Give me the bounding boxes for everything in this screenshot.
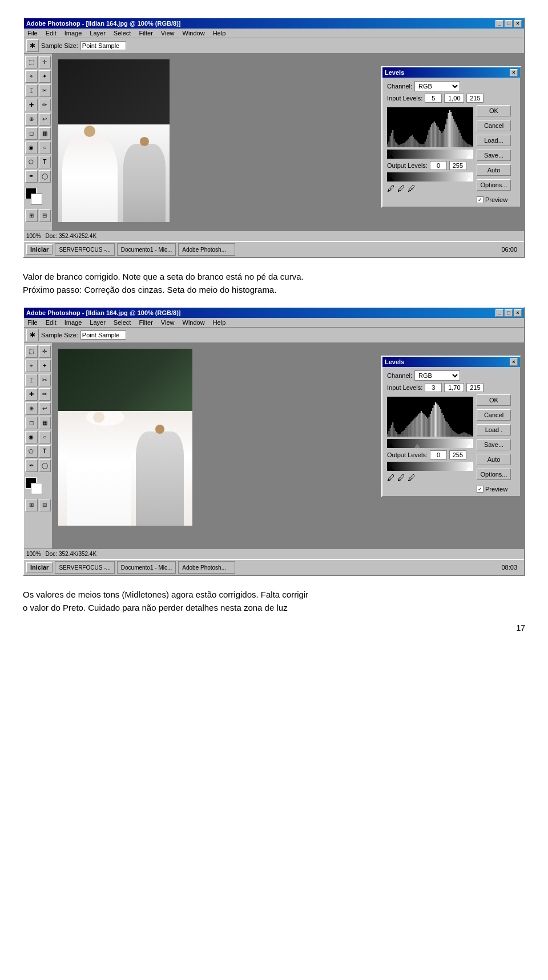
menu-image-2[interactable]: Image (63, 319, 83, 326)
menu-file-1[interactable]: File (26, 30, 39, 37)
menu-view-2[interactable]: View (160, 319, 176, 326)
marquee-tool-2[interactable]: ⬚ (25, 345, 38, 358)
path-tool-2[interactable]: ⬠ (25, 445, 38, 458)
menu-help-1[interactable]: Help (212, 30, 227, 37)
white-dropper-1[interactable]: 🖊 (408, 184, 416, 193)
type-tool[interactable]: T (39, 156, 51, 168)
start-button-2[interactable]: Iniciar (26, 562, 53, 572)
taskbar-item-2-3[interactable]: Adobe Photosh... (178, 561, 235, 574)
menu-file-2[interactable]: File (26, 319, 39, 326)
history-brush-tool-2[interactable]: ↩ (39, 402, 51, 415)
menu-edit-2[interactable]: Edit (45, 319, 58, 326)
mid-slider-2[interactable] (414, 443, 420, 448)
input-slider-2[interactable] (387, 439, 473, 448)
dodge-tool-2[interactable]: ○ (39, 431, 51, 443)
input-mid-2[interactable] (444, 383, 464, 392)
gradient-tool-2[interactable]: ▦ (39, 417, 51, 429)
quickmask-tool-2[interactable]: ⊞ (25, 499, 38, 511)
menu-select-1[interactable]: Select (112, 30, 132, 37)
brush-tool[interactable]: ✏ (39, 99, 51, 111)
save-btn-2[interactable]: Save... (477, 439, 511, 450)
taskbar-item-1-1[interactable]: SERVERFOCUS -... (55, 243, 114, 256)
menu-window-1[interactable]: Window (182, 30, 206, 37)
bg-color-1[interactable] (31, 193, 42, 205)
taskbar-item-1-2[interactable]: Documento1 - Mic... (117, 243, 176, 256)
minimize-btn-2[interactable]: _ (495, 309, 503, 317)
pen-tool-2[interactable]: ✒ (25, 459, 38, 472)
blur-tool-2[interactable]: ◉ (25, 431, 38, 443)
brush-tool-2[interactable]: ✏ (39, 388, 51, 401)
menu-view-1[interactable]: View (160, 30, 176, 37)
blur-tool[interactable]: ◉ (25, 142, 38, 154)
output-black-slider-1[interactable] (388, 177, 394, 182)
move-tool[interactable]: ✛ (39, 56, 51, 68)
levels-close-btn-1[interactable]: × (510, 69, 518, 76)
output-slider-1[interactable] (387, 172, 473, 182)
bg-color-2[interactable] (31, 483, 42, 494)
taskbar-item-2-2[interactable]: Documento1 - Mic... (117, 561, 176, 574)
input-mid-1[interactable] (444, 94, 464, 103)
levels-close-btn-2[interactable]: × (510, 358, 518, 366)
start-button-1[interactable]: Iniciar (26, 244, 53, 255)
gray-dropper-2[interactable]: 🖊 (397, 473, 405, 482)
mid-slider-1[interactable] (428, 154, 433, 159)
menu-filter-2[interactable]: Filter (138, 319, 154, 326)
black-slider-1[interactable] (388, 154, 394, 159)
options-btn-2[interactable]: Options... (477, 469, 511, 480)
cancel-btn-2[interactable]: Cancel (477, 409, 511, 421)
menu-edit-1[interactable]: Edit (45, 30, 58, 37)
preview-checkbox-2[interactable]: ✓ (477, 486, 483, 493)
white-dropper-2[interactable]: 🖊 (408, 473, 416, 482)
auto-btn-1[interactable]: Auto (477, 164, 511, 176)
slice-tool[interactable]: ✂ (39, 84, 51, 97)
channel-select-2[interactable]: RGB (414, 370, 460, 381)
maximize-btn-2[interactable]: □ (505, 309, 513, 317)
shape-tool[interactable]: ◯ (39, 170, 51, 183)
screen-tool-2[interactable]: ⊟ (39, 499, 51, 511)
toolbar-tool-icon-1[interactable]: ✱ (26, 39, 39, 52)
output-slider-2[interactable] (387, 462, 473, 471)
toolbar-tool-icon-2[interactable]: ✱ (26, 329, 39, 341)
taskbar-item-1-3[interactable]: Adobe Photosh... (178, 243, 235, 256)
black-dropper-2[interactable]: 🖊 (387, 473, 395, 482)
input-slider-1[interactable] (387, 150, 473, 159)
input-black-1[interactable] (425, 94, 442, 103)
type-tool-2[interactable]: T (39, 445, 51, 458)
channel-select-1[interactable]: RGB (414, 81, 460, 91)
cancel-btn-1[interactable]: Cancel (477, 120, 511, 131)
options-btn-1[interactable]: Options... (477, 179, 511, 191)
white-slider-2[interactable] (466, 443, 472, 448)
crop-tool-2[interactable]: ⌶ (25, 374, 38, 386)
sample-size-input-1[interactable]: Point Sample (80, 41, 126, 50)
quickmask-tool[interactable]: ⊞ (25, 209, 38, 222)
marquee-tool[interactable]: ⬚ (25, 56, 38, 68)
eraser-tool-2[interactable]: ◻ (25, 417, 38, 429)
white-slider-1[interactable] (466, 154, 472, 159)
magic-wand-tool[interactable]: ✦ (39, 70, 51, 83)
menu-select-2[interactable]: Select (112, 319, 132, 326)
gray-dropper-1[interactable]: 🖊 (397, 184, 405, 193)
stamp-tool[interactable]: ⊕ (25, 113, 38, 126)
load-btn-2[interactable]: Load . (477, 424, 511, 435)
black-dropper-1[interactable]: 🖊 (387, 184, 395, 193)
close-btn-1[interactable]: × (514, 20, 522, 27)
heal-tool-2[interactable]: ✚ (25, 388, 38, 401)
pen-tool[interactable]: ✒ (25, 170, 38, 183)
input-white-2[interactable] (466, 383, 483, 392)
output-white-2[interactable] (449, 450, 466, 459)
output-white-1[interactable] (449, 161, 466, 170)
output-black-1[interactable] (430, 161, 447, 170)
move-tool-2[interactable]: ✛ (39, 345, 51, 358)
output-black-2[interactable] (430, 450, 447, 459)
auto-btn-2[interactable]: Auto (477, 454, 511, 465)
menu-image-1[interactable]: Image (63, 30, 83, 37)
lasso-tool-2[interactable]: ⌖ (25, 360, 38, 372)
history-brush-tool[interactable]: ↩ (39, 113, 51, 126)
output-white-slider-2[interactable] (466, 466, 472, 471)
input-black-2[interactable] (425, 383, 442, 392)
slice-tool-2[interactable]: ✂ (39, 374, 51, 386)
lasso-tool[interactable]: ⌖ (25, 70, 38, 83)
close-btn-2[interactable]: × (514, 309, 522, 317)
eraser-tool[interactable]: ◻ (25, 127, 38, 140)
output-black-slider-2[interactable] (388, 466, 394, 471)
